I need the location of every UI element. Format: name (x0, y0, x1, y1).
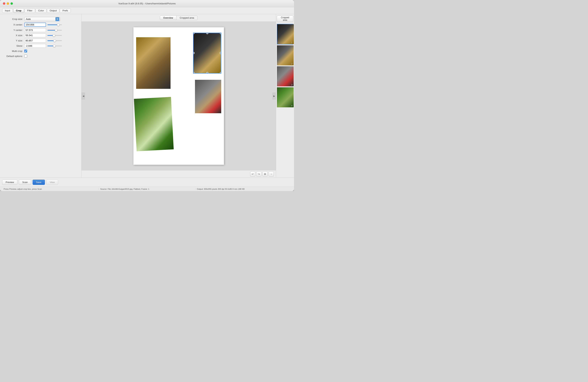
collapse-right-button[interactable]: ▶ (272, 93, 276, 100)
thumbnail-2[interactable]: 2 (277, 45, 293, 65)
y-center-slider[interactable] (47, 30, 62, 31)
thumb-bg-4 (277, 87, 294, 107)
x-center-input[interactable] (24, 23, 46, 27)
undo-icon: ↩ (252, 172, 254, 175)
skew-input[interactable] (24, 44, 46, 48)
x-center-control (24, 23, 78, 27)
thumb-num-4: 4 (291, 105, 292, 107)
collapse-right-icon: ▶ (273, 95, 275, 97)
y-center-input[interactable] (24, 28, 46, 32)
crop-size-select[interactable]: Auto (24, 17, 61, 21)
save-button[interactable]: Save (33, 180, 45, 185)
tab-crop[interactable]: Crop (13, 8, 24, 13)
x-size-label: X size: (3, 34, 23, 37)
x-center-label: X center: (3, 23, 23, 26)
photo-2[interactable] (193, 33, 221, 74)
y-center-label: Y center: (3, 29, 23, 32)
multi-crop-checkbox[interactable] (24, 50, 27, 53)
y-size-slider[interactable] (47, 40, 62, 41)
minimize-button[interactable] (7, 2, 9, 5)
crop-size-label: Crop size: (3, 18, 23, 20)
crop-size-select-wrapper: Auto ▼ (24, 17, 61, 21)
thumb-img-1 (277, 24, 294, 44)
status-bar: Press Preview, adjust crop box, press Sc… (0, 187, 294, 191)
tab-overview[interactable]: Overview (160, 16, 176, 20)
x-size-input[interactable] (24, 34, 46, 37)
default-options-checkbox[interactable] (24, 55, 27, 57)
default-options-control (24, 55, 78, 57)
thumbnail-1[interactable]: 1 (277, 24, 293, 44)
default-options-label: Default options: (3, 55, 23, 57)
center-panel: Overview Cropped area ◀ (82, 14, 276, 178)
photo-4 (134, 97, 174, 151)
skew-slider[interactable] (47, 46, 62, 46)
collapse-left-icon: ◀ (83, 95, 84, 97)
maximize-button[interactable] (10, 2, 13, 5)
crop-handle-tl[interactable] (193, 33, 195, 34)
crop-handle-mr[interactable] (220, 52, 221, 54)
bottom-controls-bar: ↩ ↪ ⊕ → (82, 170, 276, 178)
tab-output[interactable]: Output (47, 8, 59, 13)
thumb-bg-2 (277, 45, 294, 65)
tab-input[interactable]: Input (2, 8, 13, 13)
y-size-control (24, 39, 78, 42)
close-button[interactable] (3, 2, 5, 5)
thumb-img-2 (277, 45, 294, 65)
tab-color[interactable]: Color (36, 8, 46, 13)
crop-handle-bl[interactable] (193, 72, 195, 74)
default-options-row: Default options: (0, 54, 81, 58)
y-center-row: Y center: (0, 27, 81, 33)
arrow-right-button[interactable]: → (269, 172, 274, 176)
collapse-left-button[interactable]: ◀ (82, 93, 85, 100)
x-center-slider[interactable] (47, 24, 62, 25)
scan-page (133, 27, 224, 165)
main-content: Crop size: Auto ▼ X center: (0, 14, 294, 178)
tab-cropped-area[interactable]: Cropped area (176, 16, 198, 20)
zoom-in-icon: ⊕ (264, 172, 266, 175)
thumbnail-4[interactable]: 4 (277, 87, 293, 107)
arrow-right-icon: → (270, 172, 273, 175)
right-panel: Cropped area 1 2 3 (276, 14, 294, 178)
scan-button[interactable]: Scan (19, 180, 31, 185)
crop-size-row: Crop size: Auto ▼ (0, 16, 81, 22)
thumbnail-3[interactable]: 3 (277, 66, 293, 86)
multi-crop-row: Multi crop: (0, 48, 81, 54)
crop-handle-bc[interactable] (206, 72, 208, 74)
traffic-lights (3, 2, 13, 5)
thumb-img-3 (277, 66, 294, 86)
tab-prefs[interactable]: Prefs (60, 8, 71, 13)
view-button[interactable]: View (46, 180, 58, 185)
left-panel: Crop size: Auto ▼ X center: (0, 14, 82, 178)
tab-filter[interactable]: Filter (24, 8, 35, 13)
zoom-in-button[interactable]: ⊕ (262, 172, 268, 176)
toolbar: Input Crop Filter Color Output Prefs (0, 7, 294, 14)
skew-row: Skew: (0, 43, 81, 48)
skew-label: Skew: (3, 44, 23, 47)
x-size-control (24, 34, 78, 37)
right-panel-header[interactable]: Cropped area (277, 16, 293, 22)
undo-button[interactable]: ↩ (250, 172, 255, 176)
crop-size-control: Auto ▼ (24, 17, 78, 21)
preview-button[interactable]: Preview (2, 180, 17, 185)
y-size-label: Y size: (3, 39, 23, 42)
crop-handle-ml[interactable] (193, 52, 195, 54)
crop-handle-br[interactable] (220, 72, 221, 74)
thumb-num-2: 2 (291, 63, 292, 65)
x-size-slider[interactable] (47, 35, 62, 36)
thumb-num-3: 3 (291, 84, 292, 86)
skew-control (24, 44, 78, 48)
x-size-row: X size: (0, 33, 81, 38)
photo-3 (195, 80, 221, 113)
window-title: VueScan 9 a64 (9.8.05) - /Users/hamrickd… (118, 2, 176, 5)
crop-handle-tr[interactable] (220, 33, 221, 34)
y-size-input[interactable] (24, 39, 46, 42)
redo-button[interactable]: ↪ (256, 172, 261, 176)
crop-handle-tc[interactable] (206, 33, 208, 34)
thumb-img-4 (277, 87, 294, 107)
view-tabs: Overview Cropped area (82, 14, 276, 22)
y-size-row: Y size: (0, 38, 81, 43)
thumb-num-1: 1 (291, 42, 292, 44)
status-left: Press Preview, adjust crop box, press Sc… (2, 188, 99, 190)
main-window: VueScan 9 a64 (9.8.05) - /Users/hamrickd… (0, 0, 294, 191)
multi-crop-label: Multi crop: (3, 50, 23, 53)
